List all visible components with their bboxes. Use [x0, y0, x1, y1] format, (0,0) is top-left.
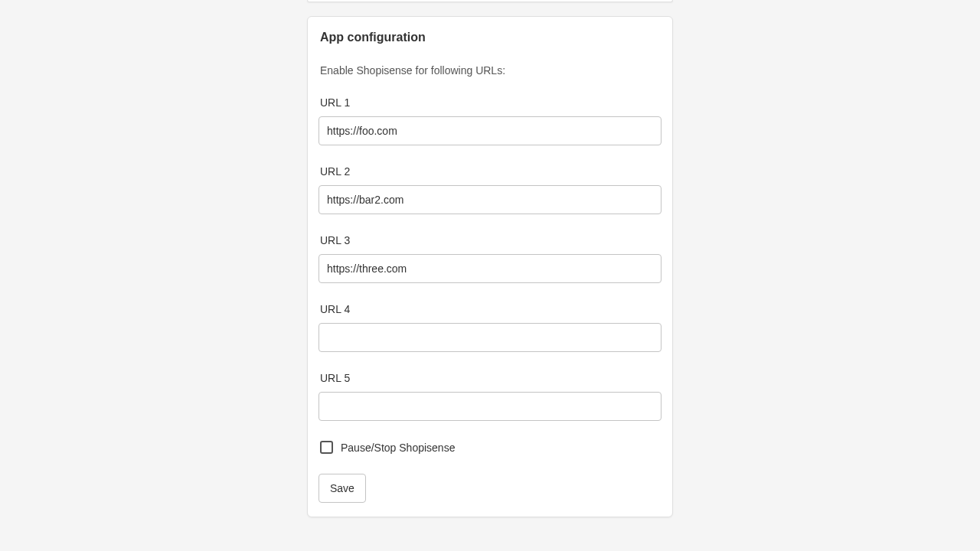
url-field-1: URL 1: [318, 96, 662, 145]
url-field-5: URL 5: [318, 372, 662, 421]
card-title: App configuration: [318, 31, 662, 44]
url-4-input[interactable]: [318, 323, 662, 352]
url-5-label: URL 5: [318, 372, 662, 384]
url-field-2: URL 2: [318, 165, 662, 214]
save-button[interactable]: Save: [318, 474, 366, 503]
previous-card-bottom: [307, 0, 673, 2]
url-1-input[interactable]: [318, 116, 662, 145]
url-4-label: URL 4: [318, 303, 662, 315]
url-5-input[interactable]: [318, 392, 662, 421]
url-2-input[interactable]: [318, 185, 662, 214]
url-field-4: URL 4: [318, 303, 662, 352]
url-field-3: URL 3: [318, 234, 662, 283]
url-3-label: URL 3: [318, 234, 662, 246]
pause-checkbox-row: Pause/Stop Shopisense: [318, 441, 662, 454]
url-1-label: URL 1: [318, 96, 662, 109]
pause-checkbox-label: Pause/Stop Shopisense: [341, 442, 455, 454]
card-description: Enable Shopisense for following URLs:: [318, 64, 662, 77]
url-3-input[interactable]: [318, 254, 662, 283]
url-2-label: URL 2: [318, 165, 662, 178]
pause-checkbox[interactable]: [320, 441, 333, 454]
app-configuration-card: App configuration Enable Shopisense for …: [307, 16, 673, 517]
